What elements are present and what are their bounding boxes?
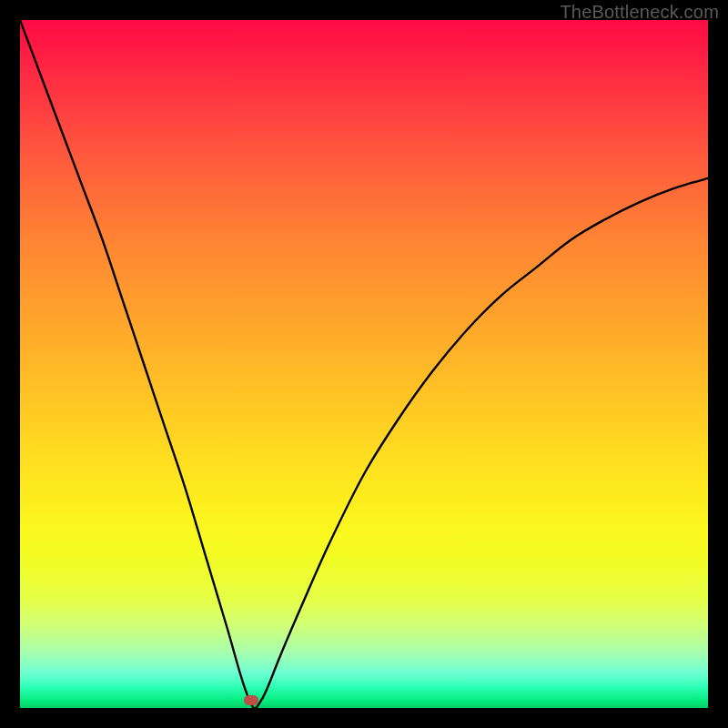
optimal-point-marker	[244, 695, 258, 705]
bottleneck-curve	[0, 0, 728, 728]
